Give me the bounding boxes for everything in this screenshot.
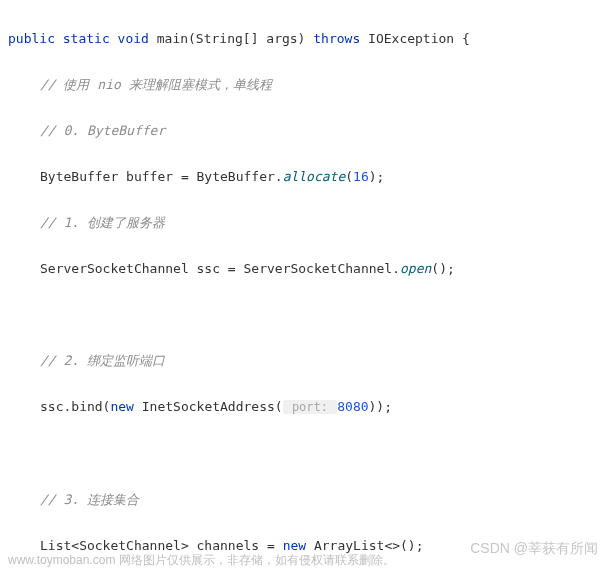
- code-line: // 1. 创建了服务器: [0, 211, 608, 234]
- brace: {: [454, 31, 470, 46]
- comment: // 2. 绑定监听端口: [40, 353, 165, 368]
- comment: // 1. 创建了服务器: [40, 215, 165, 230]
- method-name: main: [157, 31, 188, 46]
- code-text: ServerSocketChannel ssc = ServerSocketCh…: [40, 261, 400, 276]
- param-hint: port:: [283, 400, 338, 414]
- exception-type: IOException: [368, 31, 454, 46]
- keyword-throws: throws: [313, 31, 360, 46]
- code-text: );: [369, 169, 385, 184]
- code-line: // 2. 绑定监听端口: [0, 349, 608, 372]
- keyword-public: public: [8, 31, 55, 46]
- code-line: // 0. ByteBuffer: [0, 119, 608, 142]
- blank-line: [0, 442, 608, 465]
- watermark-toymoban: www.toymoban.com 网络图片仅供展示，非存储，如有侵权请联系删除。: [8, 549, 395, 572]
- code-line: ServerSocketChannel ssc = ServerSocketCh…: [0, 257, 608, 280]
- code-text: ByteBuffer buffer = ByteBuffer.: [40, 169, 283, 184]
- blank-line: [0, 303, 608, 326]
- code-text: ));: [369, 399, 392, 414]
- paren: (: [345, 169, 353, 184]
- keyword-void: void: [118, 31, 149, 46]
- comment: // 3. 连接集合: [40, 492, 139, 507]
- comment: // 0. ByteBuffer: [40, 123, 165, 138]
- code-text: ();: [431, 261, 454, 276]
- params: (String[] args): [188, 31, 305, 46]
- keyword-static: static: [63, 31, 110, 46]
- code-line: public static void main(String[] args) t…: [0, 27, 608, 50]
- keyword-new: new: [110, 399, 133, 414]
- code-block: public static void main(String[] args) t…: [0, 0, 608, 578]
- static-method: allocate: [283, 169, 346, 184]
- number-literal: 16: [353, 169, 369, 184]
- code-text: InetSocketAddress(: [134, 399, 283, 414]
- code-line: ssc.bind(new InetSocketAddress( port: 80…: [0, 395, 608, 419]
- code-text: ssc.bind(: [40, 399, 110, 414]
- static-method: open: [400, 261, 431, 276]
- code-line: ByteBuffer buffer = ByteBuffer.allocate(…: [0, 165, 608, 188]
- comment: // 使用 nio 来理解阻塞模式，单线程: [40, 77, 272, 92]
- code-line: // 使用 nio 来理解阻塞模式，单线程: [0, 73, 608, 96]
- watermark-csdn: CSDN @莘获有所闻: [470, 537, 598, 560]
- code-line: // 3. 连接集合: [0, 488, 608, 511]
- number-literal: 8080: [337, 399, 368, 414]
